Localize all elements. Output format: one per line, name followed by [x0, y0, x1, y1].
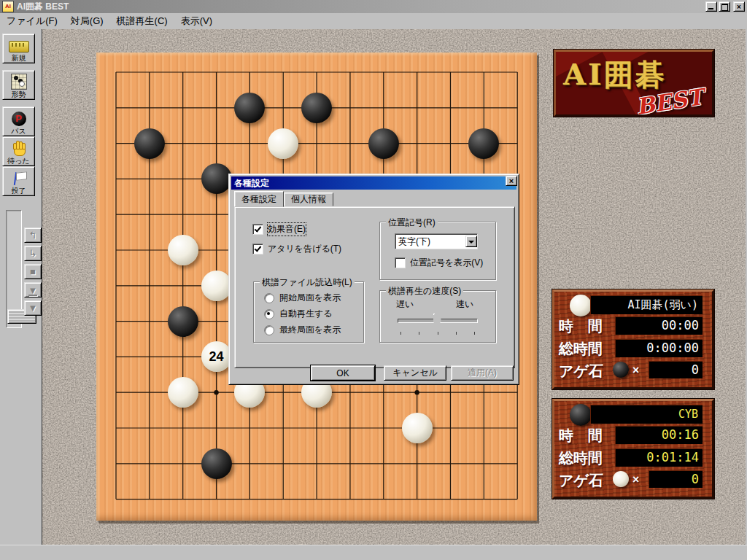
radio-auto-replay[interactable]: 自動再生する	[264, 308, 333, 320]
black-player-name: CYB	[590, 405, 703, 424]
position-eval-button[interactable]: 形勢	[2, 70, 35, 100]
menubar: ファイル(F) 対局(G) 棋譜再生(C) 表示(V)	[0, 13, 747, 29]
menu-game[interactable]: 対局(G)	[64, 13, 110, 29]
black-player-panel: CYB 時 間 00:16 総時間 0:01:14 アゲ石 × 0	[552, 399, 714, 499]
tab-personal-info[interactable]: 個人情報	[284, 192, 333, 206]
titlebar: AI AI囲碁 BEST ×	[0, 0, 747, 13]
position-symbol-group: 位置記号(R) 英字(下) 位置記号を表示(V)	[379, 222, 496, 280]
flag-icon	[11, 171, 27, 186]
pass-icon: P	[12, 112, 26, 126]
move-number: 24	[209, 349, 224, 365]
close-button[interactable]: ×	[733, 1, 745, 12]
replay-forward-button[interactable]: ▼	[24, 300, 42, 316]
checkbox-icon	[395, 257, 406, 268]
chevron-down-icon[interactable]	[465, 236, 477, 247]
radio-icon	[264, 325, 274, 335]
black-stone	[468, 128, 499, 159]
white-stone-icon	[570, 295, 592, 316]
time-label: 時 間	[559, 426, 603, 446]
captures-label: アゲ石	[559, 362, 603, 381]
logo-plaque: AI囲碁 BEST	[554, 50, 714, 117]
replay-redo-button[interactable]: ↳	[24, 246, 42, 261]
atari-checkbox[interactable]: アタリを告げる(T)	[252, 243, 341, 255]
speed-group-title: 棋譜再生の速度(S)	[386, 285, 463, 298]
black-total-time-value: 0:01:14	[615, 448, 703, 467]
slider-tick	[438, 332, 438, 335]
slider-tick	[474, 332, 475, 335]
menu-replay[interactable]: 棋譜再生(C)	[110, 13, 174, 29]
slider-tick	[456, 332, 457, 335]
dialog-close-button[interactable]: ×	[506, 176, 517, 186]
replay-undo-button[interactable]: ↰	[24, 228, 42, 243]
black-time-value: 00:16	[615, 426, 703, 444]
settings-dialog: 各種設定 × 各種設定 個人情報 効果音(E) アタリを告げる(T) 棋譜ファイ…	[228, 174, 519, 385]
replay-to-end-button[interactable]: ▼	[24, 282, 42, 298]
checkbox-icon	[252, 224, 263, 235]
show-symbols-checkbox[interactable]: 位置記号を表示(V)	[395, 257, 483, 269]
black-stone	[368, 128, 399, 159]
resign-button[interactable]: 投了	[2, 166, 35, 196]
new-game-button[interactable]: 新規	[2, 34, 35, 63]
load-group-title: 棋譜ファイル読込時(L)	[260, 276, 355, 289]
white-player-panel: AI囲碁(弱い) 時 間 00:00 総時間 0:00:00 アゲ石 × 0	[552, 289, 714, 389]
dialog-tabs: 各種設定 個人情報	[234, 192, 333, 207]
fast-label: 速い	[456, 298, 473, 311]
window-title: AI囲碁 BEST	[17, 1, 69, 13]
symbol-dropdown-value: 英字(下)	[395, 236, 465, 248]
time-label: 時 間	[559, 316, 603, 336]
symbol-group-title: 位置記号(R)	[386, 217, 438, 229]
white-time-value: 00:00	[615, 316, 703, 335]
minimize-icon	[708, 8, 713, 9]
white-stone	[402, 413, 433, 443]
total-time-label: 総時間	[559, 448, 603, 468]
white-captures-value: 0	[649, 361, 703, 378]
captures-label: アゲ石	[559, 471, 603, 491]
ok-button[interactable]: OK	[311, 365, 375, 381]
white-total-time-value: 0:00:00	[615, 339, 703, 357]
menu-file[interactable]: ファイル(F)	[0, 13, 64, 29]
radio-show-start[interactable]: 開始局面を表示	[264, 292, 341, 304]
undo-button[interactable]: 待った	[2, 136, 35, 166]
black-captures-value: 0	[649, 470, 703, 488]
white-stone	[201, 271, 232, 301]
replay-stop-button[interactable]: ■	[24, 264, 42, 279]
logo-title: AI囲碁	[563, 55, 667, 95]
black-stone-icon	[570, 404, 592, 426]
black-stone	[201, 448, 232, 479]
white-stone	[268, 128, 298, 159]
sound-checkbox[interactable]: 効果音(E)	[252, 223, 306, 236]
board-eval-icon	[11, 74, 27, 90]
window-bottom-edge	[0, 545, 747, 560]
multiply-icon: ×	[632, 364, 639, 377]
slider-tick	[419, 332, 419, 335]
dialog-titlebar: 各種設定	[231, 176, 516, 190]
tab-settings[interactable]: 各種設定	[234, 191, 284, 207]
restore-button[interactable]	[719, 1, 730, 12]
minimize-button[interactable]	[705, 1, 717, 12]
white-player-name: AI囲碁(弱い)	[590, 295, 703, 314]
dialog-title: 各種設定	[234, 177, 269, 190]
menu-view[interactable]: 表示(V)	[174, 13, 219, 29]
black-stone	[234, 93, 265, 123]
radio-show-final[interactable]: 最終局面を表示	[264, 324, 341, 336]
app-window: AI AI囲碁 BEST × ファイル(F) 対局(G) 棋譜再生(C) 表示(…	[0, 0, 747, 560]
replay-speed-group: 棋譜再生の速度(S) 遅い 速い	[379, 290, 496, 343]
black-stone	[134, 128, 165, 159]
white-stone	[168, 377, 198, 408]
load-group: 棋譜ファイル読込時(L) 開始局面を表示 自動再生する 最終局面を表示	[253, 281, 364, 343]
multiply-icon: ×	[632, 473, 639, 486]
white-stone-numbered: 24	[201, 341, 232, 372]
dialog-tab-page: 効果音(E) アタリを告げる(T) 棋譜ファイル読込時(L) 開始局面を表示 自…	[234, 206, 515, 368]
symbol-dropdown[interactable]: 英字(下)	[395, 233, 478, 249]
speed-slider-thumb[interactable]	[433, 314, 441, 327]
cancel-button[interactable]: キャンセル	[384, 365, 446, 381]
radio-icon	[264, 309, 274, 319]
white-stone	[168, 235, 198, 265]
black-stone	[168, 306, 198, 337]
pass-button[interactable]: P パス	[2, 106, 35, 136]
app-icon: AI	[2, 1, 14, 12]
total-time-label: 総時間	[559, 339, 603, 359]
apply-button[interactable]: 適用(A)	[451, 365, 514, 381]
checkbox-icon	[252, 244, 263, 254]
slider-tick	[400, 332, 401, 335]
